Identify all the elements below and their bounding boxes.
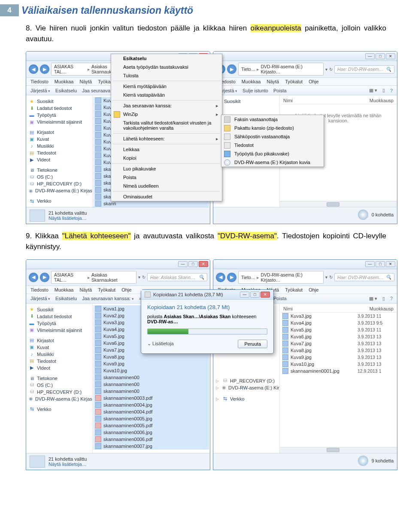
scrollbar-thumb[interactable]: [327, 448, 339, 452]
ctx-rotate-ccw[interactable]: Kierrä vastapäivään: [111, 91, 222, 99]
sidebar-dvd-drive[interactable]: ◉DVD-RW-asema (E:) Kirjaston kuv: [28, 187, 91, 194]
sendto-dvd[interactable]: DVD-RW-asema (E:) Kirjaston kuvia: [221, 158, 324, 167]
cancel-button[interactable]: Peruuta: [238, 340, 267, 348]
more-details-toggle[interactable]: ⌄ Lisätietoja: [147, 341, 174, 347]
preview-pane-icon[interactable]: ▯: [382, 296, 385, 301]
toolbar-sort[interactable]: Järjestä: [30, 88, 50, 93]
file-row[interactable]: Kuva9.jpg3.9.2013 13: [281, 354, 396, 361]
file-row[interactable]: Kuva10.jpg3.9.2013 13: [281, 361, 396, 368]
ctx-winzip[interactable]: WinZip: [111, 110, 222, 119]
expand-icon[interactable]: ▷: [216, 379, 219, 383]
sidebar-downloads[interactable]: ⬇Ladatut tiedostot: [28, 105, 91, 112]
file-row[interactable]: Kuva8.jpg3.9.2013 13: [281, 347, 396, 354]
sidebar-documents[interactable]: ▤Tiedostot: [28, 149, 91, 156]
close-button[interactable]: ✕: [199, 261, 208, 267]
ctx-shortcut[interactable]: Luo pikakuvake: [111, 164, 222, 173]
file-row[interactable]: skannaaminen00: [94, 388, 209, 395]
file-row[interactable]: Kuva6.jpg3.9.2013 13: [281, 333, 396, 340]
file-row[interactable]: Kuva4.jpg3.9.2013 9:5: [281, 319, 396, 326]
maximize-button[interactable]: □: [250, 292, 260, 298]
breadcrumb[interactable]: ASIAKAS TAL…▸Asiakas Skannaukset: [51, 271, 136, 284]
toolbar-delete[interactable]: Poista: [273, 88, 287, 93]
close-button[interactable]: ✕: [386, 261, 395, 267]
sidebar-recent[interactable]: ▣Viimeisimmät sijainnit: [28, 119, 91, 125]
maximize-button[interactable]: □: [376, 261, 385, 267]
menu-view[interactable]: Näytä: [79, 79, 92, 84]
ctx-rename[interactable]: Nimeä uudelleen: [111, 182, 222, 190]
ctx-send-to[interactable]: Lähetä kohteeseen:: [111, 134, 222, 143]
file-row[interactable]: skannaaminen0004.pdf: [94, 408, 209, 415]
sidebar-videos[interactable]: ▶Videot: [28, 156, 91, 163]
sidebar-desktop[interactable]: ▬Työpöytä: [28, 112, 91, 119]
close-button[interactable]: ✕: [386, 53, 395, 59]
ctx-print[interactable]: Tulosta: [111, 71, 222, 80]
file-row[interactable]: skannaaminen00: [94, 381, 209, 388]
back-button[interactable]: ◀: [29, 64, 38, 74]
preview-pane-icon[interactable]: ▯: [382, 88, 385, 93]
sendto-documents[interactable]: Tiedostot: [221, 141, 324, 149]
help-icon[interactable]: ?: [390, 296, 393, 301]
forward-button[interactable]: ▶: [40, 64, 49, 74]
forward-button[interactable]: ▶: [227, 64, 236, 74]
file-row[interactable]: skannaaminen0006.jpg: [94, 429, 209, 436]
sendto-zip[interactable]: Pakattu kansio (zip-tiedosto): [221, 124, 324, 132]
help-icon[interactable]: ?: [390, 88, 393, 93]
maximize-button[interactable]: □: [188, 261, 198, 267]
show-details-link[interactable]: Näytä lisätietoja…: [48, 216, 87, 221]
file-row[interactable]: skannaaminen0005.jpg: [94, 415, 209, 422]
sidebar-network[interactable]: ⇆Verkko: [28, 198, 91, 204]
sidebar-favorites[interactable]: ★Suosikit: [28, 98, 91, 105]
toolbar-close-session[interactable]: Sulje istunto: [242, 88, 268, 93]
forward-button[interactable]: ▶: [40, 273, 49, 282]
refresh-icon[interactable]: ↻: [329, 275, 333, 280]
file-row[interactable]: skannaaminen0004.jpg: [94, 401, 209, 408]
close-button[interactable]: ✕: [261, 292, 270, 298]
sidebar-computer[interactable]: 🖥Tietokone: [28, 167, 91, 173]
breadcrumb[interactable]: Tieto…▸DVD-RW-asema (E:) Kirjasto…: [238, 271, 324, 284]
search-input[interactable]: Hae: DVD-RW-asem…🔍: [334, 273, 394, 281]
file-row[interactable]: Kuva5.jpg3.9.2013 11: [281, 326, 396, 333]
refresh-icon[interactable]: ↻: [329, 67, 333, 72]
file-row[interactable]: Kuva10.jpg: [94, 367, 209, 374]
sendto-desktop[interactable]: Työpöytä (luo pikakuvake): [221, 149, 324, 158]
menu-file[interactable]: Tiedosto: [30, 79, 48, 84]
toolbar-preview[interactable]: Esikatselu: [55, 88, 77, 93]
show-details-link[interactable]: Näytä lisätietoja…: [48, 462, 87, 467]
search-input[interactable]: Hae: Asiakas Skann…🔍: [147, 273, 207, 281]
file-row[interactable]: Kuva8.jpg: [94, 353, 209, 360]
file-row[interactable]: skannaaminen0007.jpg: [94, 443, 209, 450]
sidebar-c-drive[interactable]: ⛁OS (C:): [28, 173, 91, 180]
maximize-button[interactable]: □: [376, 53, 385, 59]
sendto-fax[interactable]: Faksin vastaanottaja: [221, 115, 324, 124]
menu-edit[interactable]: Muokkaa: [55, 79, 74, 84]
forward-button[interactable]: ▶: [227, 273, 236, 282]
ctx-viruscheck[interactable]: Tarkista valitut tiedostot/kansiot virus…: [111, 119, 222, 132]
sidebar-libraries[interactable]: ▤Kirjastot: [28, 129, 91, 136]
minimize-button[interactable]: —: [365, 261, 375, 267]
file-row[interactable]: Kuva7.jpg3.9.2013 13: [281, 340, 396, 347]
file-row[interactable]: skannaaminen0005.pdf: [94, 422, 209, 429]
ctx-rotate-cw[interactable]: Kierrä myötäpäivään: [111, 82, 222, 91]
sidebar-pictures[interactable]: ▣Kuvat: [28, 136, 91, 143]
breadcrumb[interactable]: Tieto…▸ DVD-RW-asema (E:) Kirjasto…: [238, 63, 324, 76]
expand-icon[interactable]: ▷: [216, 397, 219, 401]
search-input[interactable]: Hae: DVD-RW-asem…🔍: [334, 65, 394, 73]
file-row[interactable]: skannaaminen00: [94, 374, 209, 381]
ctx-preview[interactable]: Esikatselu: [111, 54, 222, 63]
file-row[interactable]: skannaaminen0003.pdf: [94, 395, 209, 401]
view-icon[interactable]: ▦ ▾: [369, 88, 377, 93]
sidebar-favorites[interactable]: ★Suosikit: [215, 98, 278, 105]
sidebar-d-drive[interactable]: ⛁HP_RECOVERY (D:): [28, 180, 91, 187]
ctx-copy[interactable]: Kopioi: [111, 154, 222, 162]
file-row[interactable]: skannaaminen0006.pdf: [94, 436, 209, 443]
ctx-properties[interactable]: Ominaisuudet: [111, 192, 222, 201]
view-icon[interactable]: ▦ ▾: [369, 296, 377, 301]
ctx-cut[interactable]: Leikkaa: [111, 145, 222, 154]
ctx-wallpaper[interactable]: Aseta työpöydän taustakuvaksi: [111, 63, 222, 71]
minimize-button[interactable]: —: [365, 53, 375, 59]
back-button[interactable]: ◀: [216, 273, 225, 282]
minimize-button[interactable]: —: [240, 292, 249, 298]
back-button[interactable]: ◀: [29, 273, 38, 282]
sendto-mail[interactable]: Sähköpostin vastaanottaja: [221, 132, 324, 141]
refresh-icon[interactable]: ↻: [142, 275, 145, 280]
